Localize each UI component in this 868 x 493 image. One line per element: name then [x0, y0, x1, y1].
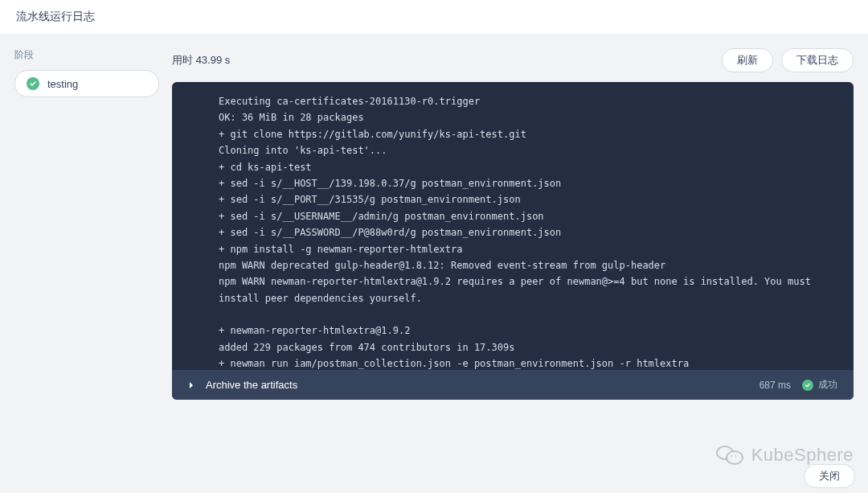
sidebar-label: 阶段 — [14, 48, 159, 62]
log-line: + newman-reporter-htmlextra@1.9.2 — [219, 323, 834, 339]
duration-label: 用时 — [172, 54, 193, 66]
watermark-text: KubeSphere — [751, 445, 854, 466]
log-line: + sed -i s/__PORT__/31535/g postman_envi… — [219, 191, 834, 207]
log-line: + sed -i s/__HOST__/139.198.0.37/g postm… — [219, 175, 834, 191]
log-output[interactable]: Executing ca-certificates-20161130-r0.tr… — [172, 82, 854, 370]
log-line: npm WARN deprecated gulp-header@1.8.12: … — [219, 257, 834, 273]
log-line: Cloning into 'ks-api-test'... — [219, 142, 834, 158]
modal-title: 流水线运行日志 — [16, 10, 95, 23]
log-line: + newman run iam/postman_collection.json… — [219, 355, 834, 370]
check-icon — [802, 380, 813, 391]
content-area: 用时 43.99 s 刷新 下载日志 Executing ca-certific… — [172, 48, 854, 400]
chevron-right-icon — [188, 381, 194, 389]
step-row[interactable]: Archive the artifacts 687 ms 成功 — [172, 370, 854, 400]
log-line: + sed -i s/__USERNAME__/admin/g postman_… — [219, 208, 834, 224]
step-name: Archive the artifacts — [206, 379, 748, 391]
close-button[interactable]: 关闭 — [804, 464, 855, 488]
check-icon — [27, 77, 39, 90]
wechat-icon — [716, 446, 745, 465]
stage-item-testing[interactable]: testing — [14, 70, 159, 97]
step-status-label: 成功 — [818, 378, 837, 392]
stage-name: testing — [47, 78, 78, 90]
log-panel: Executing ca-certificates-20161130-r0.tr… — [172, 82, 854, 400]
modal-header: 流水线运行日志 — [0, 0, 868, 34]
log-line: + git clone https://gitlab.com/yunify/ks… — [219, 126, 834, 142]
step-status: 成功 — [802, 378, 837, 392]
step-duration: 687 ms — [760, 380, 791, 391]
log-line: + cd ks-api-test — [219, 159, 834, 175]
log-line: added 229 packages from 474 contributors… — [219, 339, 834, 355]
duration-text: 用时 43.99 s — [172, 53, 230, 68]
download-log-button[interactable]: 下载日志 — [781, 48, 854, 72]
log-line: + sed -i s/__PASSWORD__/P@88w0rd/g postm… — [219, 224, 834, 240]
action-buttons: 刷新 下载日志 — [722, 48, 854, 72]
sidebar: 阶段 testing — [14, 48, 159, 400]
main-area: 阶段 testing 用时 43.99 s 刷新 下载日志 Executing … — [0, 34, 868, 400]
log-line — [219, 306, 834, 323]
watermark: KubeSphere — [716, 445, 854, 466]
log-line: Executing ca-certificates-20161130-r0.tr… — [219, 93, 834, 109]
content-topbar: 用时 43.99 s 刷新 下载日志 — [172, 48, 854, 72]
log-line: npm WARN newman-reporter-htmlextra@1.9.2… — [219, 273, 834, 306]
log-line: + npm install -g newman-reporter-htmlext… — [219, 241, 834, 257]
duration-value: 43.99 s — [196, 54, 231, 66]
log-line: OK: 36 MiB in 28 packages — [219, 109, 834, 125]
refresh-button[interactable]: 刷新 — [722, 48, 773, 72]
